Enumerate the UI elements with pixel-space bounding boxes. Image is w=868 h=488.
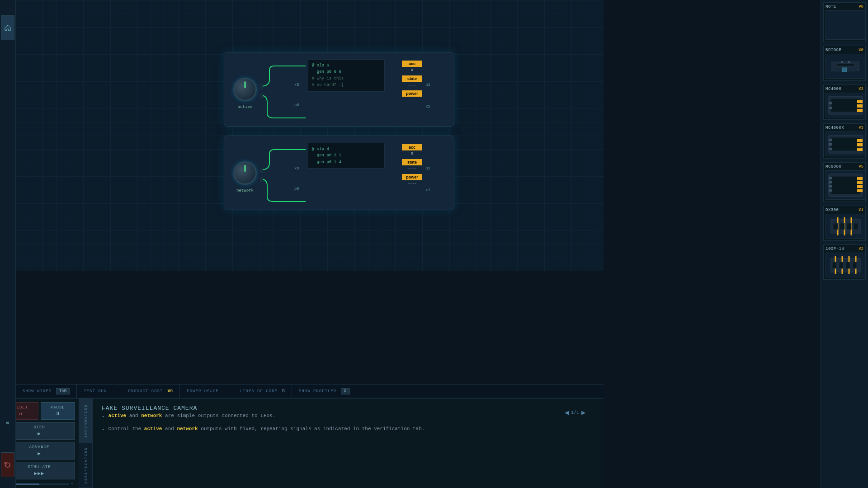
main-canvas: active x0 @ slp 6 gen p0 6 6 # why is th…: [16, 0, 604, 271]
network-card: network x0 @ slp 4 gen p0 2 1 gen p0 1 4: [224, 136, 454, 210]
svg-rect-2: [260, 168, 263, 173]
svg-rect-50: [846, 262, 850, 268]
puzzle-title: FAKE SURVEILLANCE CAMERA: [102, 405, 197, 412]
svg-rect-7: [848, 61, 850, 63]
active-p0-label: p0: [294, 103, 299, 108]
active-state-btn[interactable]: state: [402, 75, 422, 82]
test-run-value: -: [111, 389, 114, 394]
svg-rect-19: [857, 139, 863, 142]
tab-verification-label: VERIFICATION: [84, 447, 88, 484]
mc4000x-price: ¥3: [859, 126, 863, 130]
active-code: @ slp 6 gen p0 6 6 # why is this # so ha…: [308, 59, 385, 92]
svg-rect-49: [839, 262, 843, 268]
svg-rect-48: [832, 262, 836, 268]
active-code-line-2: gen p0 6 6: [312, 69, 381, 75]
network-acc-btn[interactable]: acc: [402, 144, 422, 150]
network-code-line-3: gen p0 1 4: [312, 159, 381, 165]
active-acc-btn[interactable]: acc: [402, 61, 422, 67]
component-mc4000x[interactable]: MC4000X ¥3: [823, 123, 866, 159]
mc6000-preview: [826, 170, 865, 200]
test-run-label: TEST RUN: [84, 389, 107, 394]
network-code: @ slp 4 gen p0 2 1 gen p0 1 4: [308, 143, 385, 169]
product-cost-segment: PRODUCT COST ¥6: [121, 385, 180, 398]
scorp-text: S: [5, 421, 10, 425]
svg-rect-40: [840, 223, 844, 230]
tab-verification[interactable]: VERIFICATION: [79, 443, 92, 488]
bullet-1-keyword2: network: [141, 413, 162, 418]
status-bar: SHOW WIRES TAB TEST RUN - PRODUCT COST ¥…: [16, 384, 604, 398]
scorp-logo: S: [0, 418, 16, 427]
dx300-preview: [826, 214, 865, 239]
simulate-icon: ▶▶▶: [6, 470, 73, 476]
svg-rect-30: [857, 189, 863, 192]
svg-rect-16: [829, 107, 832, 109]
advance-label: ADVANCE: [29, 445, 50, 450]
bottom-panel: RESET ↺ PAUSE ⏸ STEP ▶ ADVANCE ▶ SIMULAT…: [0, 398, 604, 488]
component-mc6000[interactable]: MC6000 ¥5: [823, 162, 866, 202]
bullet-2: • Control the active and network outputs…: [102, 425, 594, 434]
advance-icon: ▶: [6, 450, 73, 456]
pause-label: PAUSE: [51, 405, 65, 410]
product-cost-label: PRODUCT COST: [128, 389, 163, 394]
active-power-btn[interactable]: power: [402, 90, 422, 97]
reset-label: RESET: [14, 405, 28, 410]
product-cost-value: ¥6: [167, 389, 173, 394]
svg-rect-12: [857, 100, 863, 103]
undo-button[interactable]: [1, 452, 14, 477]
home-button[interactable]: [1, 15, 14, 40]
active-x1-label: x1: [425, 104, 430, 109]
svg-rect-5: [836, 64, 854, 66]
bullet-2-middle: and: [165, 426, 177, 432]
svg-rect-13: [857, 104, 863, 108]
show-wires-label: SHOW WIRES: [23, 389, 52, 394]
note-price: ¥0: [859, 5, 863, 9]
100p14-name: 100P-14: [826, 247, 844, 251]
svg-rect-1: [260, 93, 263, 99]
nav-next-button[interactable]: ▶: [581, 409, 585, 416]
component-dx300[interactable]: DX300 ¥1: [823, 206, 866, 241]
vol-slider[interactable]: [10, 483, 68, 485]
component-100p14[interactable]: 100P-14 ¥2: [823, 244, 866, 280]
svg-rect-28: [857, 181, 863, 184]
active-code-comment-2: # so hard? :{: [312, 82, 381, 88]
network-state-val: ----: [408, 166, 416, 170]
step-label: STEP: [33, 425, 45, 430]
svg-rect-27: [857, 177, 863, 180]
network-power-btn[interactable]: power: [402, 174, 422, 180]
component-note[interactable]: NOTE ¥0: [823, 2, 866, 42]
svg-rect-3: [260, 177, 263, 182]
100p14-price: ¥2: [859, 247, 863, 251]
step-icon: ▶: [6, 431, 73, 436]
network-power-val: ----: [408, 181, 416, 185]
lines-of-code-label: LINES OF CODE: [240, 389, 278, 394]
bullet-1-after: are simple outputs connected to LEDs.: [165, 413, 275, 418]
puzzle-nav: ◀ 1/1 ▶: [565, 409, 585, 416]
network-label: network: [236, 188, 254, 193]
note-name: NOTE: [826, 5, 836, 9]
show-profiler-segment[interactable]: SHOW PROFILER R: [292, 385, 357, 398]
network-state-btn[interactable]: state: [402, 159, 422, 165]
active-card: active x0 @ slp 6 gen p0 6 6 # why is th…: [224, 52, 454, 127]
pause-button[interactable]: PAUSE ⏸: [41, 402, 75, 420]
bullet-2-before: Control the: [108, 426, 144, 432]
svg-rect-39: [833, 223, 838, 230]
nav-prev-button[interactable]: ◀: [565, 409, 569, 416]
component-mc4000[interactable]: MC4000 ¥3: [823, 84, 866, 120]
tab-information[interactable]: INFORMATION: [79, 399, 92, 443]
svg-rect-26: [831, 176, 860, 194]
network-p1-label: p1: [425, 166, 430, 171]
svg-rect-6: [841, 61, 843, 63]
bullet-2-keyword1: active: [144, 426, 162, 432]
active-label: active: [238, 105, 252, 109]
bridge-preview: [826, 54, 865, 79]
vol-plus: +: [71, 482, 73, 486]
active-x0-label: x0: [294, 83, 299, 87]
dx300-price: ¥1: [859, 208, 863, 212]
test-run-segment: TEST RUN -: [77, 385, 121, 398]
active-knob: [233, 78, 257, 101]
mc4000-name: MC4000: [826, 87, 841, 91]
show-wires-segment[interactable]: SHOW WIRES TAB: [16, 385, 77, 398]
component-bridge[interactable]: BRIDGE ¥0: [823, 46, 866, 81]
active-state-val: ----: [408, 83, 416, 87]
svg-rect-29: [857, 185, 863, 188]
